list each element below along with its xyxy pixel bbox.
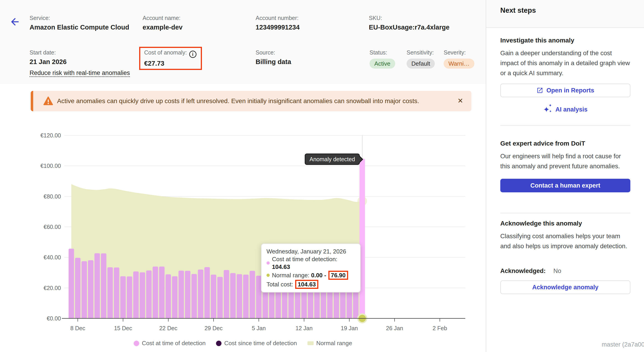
expert-title: Get expert advice from DoiT	[500, 140, 585, 147]
field-sensitivity: Sensitivity: Default	[406, 49, 435, 69]
svg-text:5 Jan: 5 Jan	[252, 325, 266, 331]
svg-text:29 Dec: 29 Dec	[204, 325, 222, 331]
field-label: Account name:	[142, 14, 182, 22]
sensitivity-badge: Default	[406, 59, 435, 69]
sidebar-title: Next steps	[500, 6, 536, 14]
normal-range-swatch-icon	[308, 341, 314, 345]
investigate-body: Gain a deeper understanding of the cost …	[500, 48, 631, 78]
chart-canvas[interactable]: €0.00€20.00€40.00€60.00€80.00€100.00€120…	[0, 127, 486, 352]
svg-text:12 Jan: 12 Jan	[296, 325, 313, 331]
back-arrow-icon	[12, 19, 18, 25]
svg-text:8 Dec: 8 Dec	[70, 325, 85, 331]
field-service: Service: Amazon Elastic Compute Cloud	[30, 14, 129, 32]
svg-text:22 Dec: 22 Dec	[159, 325, 177, 331]
field-label: Status:	[370, 49, 395, 56]
reduce-risk-link[interactable]: Reduce risk with real-time anomalies	[30, 69, 130, 77]
field-account-number: Account number: 123499991234	[256, 14, 300, 32]
field-source: Source: Billing data	[256, 49, 291, 66]
svg-text:€40.00: €40.00	[44, 254, 61, 260]
field-label: Severity:	[444, 49, 474, 56]
svg-text:€20.00: €20.00	[44, 285, 61, 291]
acknowledge-title: Acknowledge this anomaly	[500, 220, 582, 227]
warning-banner: Active anomalies can quickly drive up co…	[31, 91, 472, 111]
field-value: €27.73	[144, 59, 196, 68]
info-icon[interactable]: i	[189, 51, 196, 58]
divider	[500, 125, 630, 126]
tooltip-row-total: Total cost: 104.63	[266, 280, 355, 289]
svg-text:€80.00: €80.00	[44, 193, 61, 200]
acknowledged-row: Acknowledged:No	[500, 268, 561, 275]
svg-text:2 Feb: 2 Feb	[432, 325, 447, 331]
field-label: Cost of anomaly:i	[144, 49, 196, 58]
field-severity: Severity: Warni…	[444, 49, 474, 69]
field-label: Source:	[256, 49, 291, 56]
field-cost-of-anomaly: Cost of anomaly:i €27.73	[144, 49, 196, 68]
acknowledge-body: Classifying cost anomalies helps your te…	[500, 231, 631, 251]
anomaly-chart[interactable]: €0.00€20.00€40.00€60.00€80.00€100.00€120…	[0, 127, 486, 352]
field-value: example-dev	[142, 23, 182, 32]
field-label: Account number:	[256, 14, 300, 22]
annotation-box-total: 104.63	[295, 280, 318, 289]
svg-text:€60.00: €60.00	[44, 224, 61, 230]
svg-text:15 Dec: 15 Dec	[114, 325, 132, 331]
tooltip-row-normal-range: Normal range: 0.00 - 76.90	[266, 271, 355, 280]
field-value: 21 Jan 2026	[30, 57, 130, 66]
legend-cost-at-detection[interactable]: Cost at time of detection	[134, 340, 206, 347]
main-panel: Service: Amazon Elastic Compute Cloud Ac…	[0, 0, 486, 352]
warning-icon	[43, 96, 54, 107]
acknowledged-value: No	[554, 268, 562, 274]
acknowledge-anomaly-button[interactable]: Acknowledge anomaly	[500, 280, 630, 294]
anomaly-detected-tag: Anomaly detected	[305, 154, 360, 165]
pink-dot-icon	[266, 261, 270, 265]
yellow-dot-icon	[266, 274, 270, 277]
tooltip-title: Wednesday, January 21, 2026	[266, 248, 355, 255]
acknowledged-label: Acknowledged:	[500, 268, 546, 274]
open-in-new-icon	[536, 87, 543, 94]
divider	[500, 213, 630, 213]
sidebar-header: Next steps	[486, 0, 644, 28]
sparkles-icon: ✦ ✦ ✦	[543, 104, 552, 114]
investigate-title: Investigate this anomaly	[500, 37, 574, 44]
field-start-date: Start date: 21 Jan 2026 Reduce risk with…	[30, 49, 130, 77]
field-value: Amazon Elastic Compute Cloud	[30, 23, 129, 32]
field-label: Sensitivity:	[406, 49, 435, 56]
field-sku: SKU: EU-BoxUsage:r7a.4xlarge	[369, 14, 450, 32]
severity-badge: Warni…	[444, 59, 474, 69]
dark-purple-dot-icon	[216, 341, 222, 346]
status-badge: Active	[370, 59, 395, 69]
field-label: Service:	[30, 14, 129, 22]
chart-legend: Cost at time of detection Cost since tim…	[0, 340, 486, 347]
field-value: EU-BoxUsage:r7a.4xlarge	[369, 23, 450, 32]
expert-body: Our engineers will help find a root caus…	[500, 151, 631, 171]
annotation-box-range: 76.90	[328, 271, 348, 280]
build-version: master (2a7a00b	[602, 341, 644, 348]
svg-text:26 Jan: 26 Jan	[386, 325, 403, 331]
field-label: SKU:	[369, 14, 450, 22]
legend-normal-range[interactable]: Normal range	[308, 340, 352, 347]
open-in-reports-button[interactable]: Open in Reports	[500, 84, 630, 97]
close-icon[interactable]: ✕	[458, 91, 463, 111]
back-button[interactable]	[9, 16, 20, 27]
next-steps-sidebar: Next steps Investigate this anomaly Gain…	[486, 0, 644, 352]
contact-human-expert-button[interactable]: Contact a human expert	[500, 179, 630, 192]
banner-message: Active anomalies can quickly drive up co…	[57, 91, 419, 111]
field-account-name: Account name: example-dev	[142, 14, 182, 32]
chart-tooltip: Wednesday, January 21, 2026 Cost at time…	[261, 243, 361, 293]
field-label: Start date:	[30, 49, 130, 56]
banner-accent-bar	[31, 91, 33, 111]
tooltip-row-cost: Cost at time of detection: 104.63	[266, 255, 355, 271]
legend-cost-since-detection[interactable]: Cost since time of detection	[216, 340, 297, 347]
field-value: Billing data	[256, 57, 291, 66]
field-value: 123499991234	[256, 23, 300, 32]
field-status: Status: Active	[370, 49, 395, 69]
svg-text:19 Jan: 19 Jan	[341, 325, 358, 331]
svg-text:€120.00: €120.00	[40, 132, 61, 139]
svg-text:€0.00: €0.00	[46, 315, 61, 322]
pink-dot-icon	[134, 341, 139, 346]
ai-analysis-button[interactable]: ✦ ✦ ✦ AI analysis	[500, 103, 630, 116]
svg-text:€100.00: €100.00	[40, 163, 61, 169]
